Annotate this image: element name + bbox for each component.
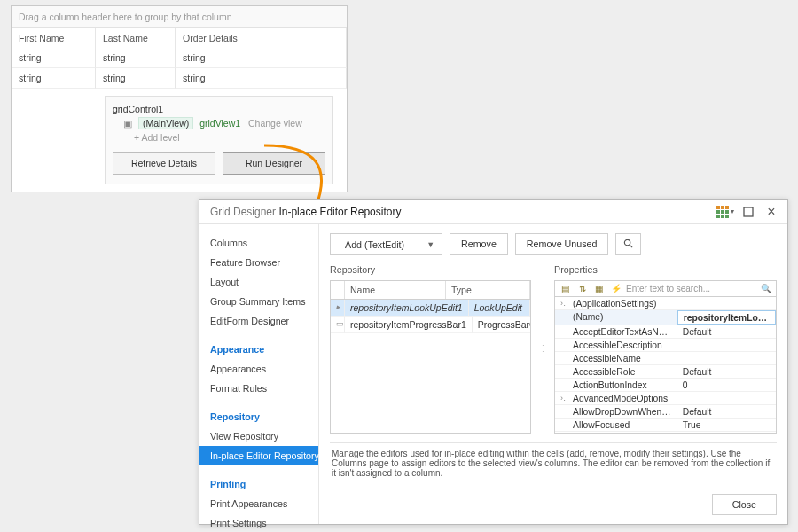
expand-icon[interactable]	[555, 310, 567, 325]
property-row[interactable]: AccessibleRoleDefault	[555, 365, 776, 379]
close-button[interactable]: Close	[712, 494, 777, 515]
cell[interactable]: string	[176, 48, 347, 68]
change-view-link[interactable]: Change view	[248, 118, 302, 129]
splitter-handle[interactable]: ⋮	[540, 264, 545, 434]
tree-main-view[interactable]: ▣ (MainView) gridView1 Change view	[113, 116, 325, 130]
tree-root[interactable]: gridControl1	[113, 102, 325, 116]
groupby-bar[interactable]: Drag a column header here to group by th…	[12, 6, 347, 28]
property-value[interactable]: Default	[677, 365, 776, 378]
property-row[interactable]: AccessibleDescription	[555, 339, 776, 352]
property-value[interactable]: Default	[677, 325, 776, 338]
props-icon[interactable]: ▦	[592, 284, 606, 293]
remove-unused-button[interactable]: Remove Unused	[515, 233, 609, 255]
column-header-order-details[interactable]: Order Details	[176, 28, 347, 48]
cell[interactable]: string	[96, 68, 176, 89]
close-icon[interactable]: ×	[763, 203, 780, 221]
search-icon	[623, 239, 633, 250]
expand-icon[interactable]	[555, 365, 567, 378]
property-value[interactable]	[677, 297, 776, 309]
property-value[interactable]: Default	[677, 405, 776, 418]
svg-rect-8	[725, 215, 729, 218]
expand-icon[interactable]	[555, 405, 567, 418]
cell[interactable]: string	[176, 68, 347, 89]
property-row[interactable]: ActionButtonIndex0	[555, 379, 776, 392]
property-name: (ApplicationSettings)	[567, 297, 677, 309]
property-value[interactable]	[677, 392, 776, 404]
property-row[interactable]: AllowGlyphSkinningDefault	[555, 432, 776, 434]
property-row[interactable]: AllowDropDownWhenReadOnlyDefault	[555, 405, 776, 419]
property-value[interactable]: repositoryItemLookUpEdit1	[677, 310, 776, 325]
repo-cell-type: LookUpEdit	[469, 300, 530, 317]
svg-rect-1	[721, 206, 724, 209]
sidebar-section-repository: Repository	[200, 407, 318, 426]
expand-icon[interactable]	[555, 419, 567, 431]
remove-button[interactable]: Remove	[450, 233, 508, 255]
sort-icon[interactable]: ⇅	[575, 284, 589, 293]
repo-col-name[interactable]: Name	[345, 281, 446, 299]
designer-sidebar: Columns Feature Browser Layout Group Sum…	[200, 224, 319, 524]
cell[interactable]: string	[12, 48, 96, 68]
property-value[interactable]	[677, 352, 776, 364]
retrieve-details-button[interactable]: Retrieve Details	[113, 152, 215, 175]
svg-line-11	[630, 245, 633, 247]
property-row[interactable]: ›(ApplicationSettings)	[555, 297, 776, 310]
repo-row[interactable]: ▸ repositoryItemLookUpEdit1 LookUpEdit	[331, 300, 530, 317]
property-row[interactable]: ›AdvancedModeOptions	[555, 392, 776, 405]
sidebar-item-columns[interactable]: Columns	[200, 233, 318, 253]
sidebar-item-layout[interactable]: Layout	[200, 272, 318, 292]
property-value[interactable]: True	[677, 419, 776, 431]
svg-rect-6	[716, 215, 720, 218]
sidebar-item-print-appearances[interactable]: Print Appearances	[200, 494, 318, 513]
search-icon[interactable]: 🔍	[759, 284, 772, 293]
property-value[interactable]: 0	[677, 379, 776, 391]
expand-icon[interactable]	[555, 352, 567, 364]
expand-icon[interactable]: ›	[555, 392, 567, 404]
maximize-icon[interactable]	[739, 203, 757, 221]
collapse-icon[interactable]: ▣	[123, 118, 132, 129]
sidebar-item-format-rules[interactable]: Format Rules	[200, 379, 318, 398]
expand-icon[interactable]	[555, 379, 567, 391]
sidebar-item-group-summary[interactable]: Group Summary Items	[200, 292, 318, 311]
property-row[interactable]: (Name)repositoryItemLookUpEdit1	[555, 310, 776, 325]
property-row[interactable]: AllowFocusedTrue	[555, 419, 776, 432]
sidebar-item-appearances[interactable]: Appearances	[200, 359, 318, 379]
property-row[interactable]: AcceptEditorTextAsNewValueDefault	[555, 325, 776, 339]
titlebar[interactable]: Grid Designer In-place Editor Repository…	[200, 200, 787, 224]
sidebar-section-appearance: Appearance	[200, 340, 318, 359]
grid-designer-window: Grid Designer In-place Editor Repository…	[199, 199, 788, 525]
repository-table: Name Type ▸ repositoryItemLookUpEdit1 Lo…	[330, 280, 531, 434]
cell[interactable]: string	[12, 68, 96, 89]
expand-icon[interactable]	[555, 432, 567, 434]
expand-icon[interactable]	[555, 339, 567, 351]
property-value[interactable]	[677, 339, 776, 351]
sidebar-item-print-settings[interactable]: Print Settings	[200, 513, 318, 532]
sidebar-item-inplace-editor-repository[interactable]: In-place Editor Repository	[200, 446, 318, 466]
properties-list[interactable]: ›(ApplicationSettings)(Name)repositoryIt…	[554, 297, 777, 434]
property-value[interactable]: Default	[677, 432, 776, 434]
column-header-first-name[interactable]: First Name	[12, 28, 96, 48]
sidebar-item-feature-browser[interactable]: Feature Browser	[200, 253, 318, 272]
svg-rect-7	[721, 215, 724, 218]
cell[interactable]: string	[96, 48, 176, 68]
run-designer-button[interactable]: Run Designer	[223, 152, 325, 175]
sidebar-item-view-repository[interactable]: View Repository	[200, 426, 318, 446]
repo-col-type[interactable]: Type	[446, 281, 530, 299]
search-button[interactable]	[615, 233, 641, 255]
chevron-down-icon[interactable]: ▼	[419, 236, 442, 254]
window-title-sub: In-place Editor Repository	[278, 206, 401, 218]
layout-picker-icon[interactable]: ▾	[716, 203, 734, 221]
properties-search-input[interactable]: Enter text to search...	[626, 284, 755, 293]
categorize-icon[interactable]: ▤	[559, 284, 572, 293]
grid-preview-panel: Drag a column header here to group by th…	[11, 5, 348, 192]
column-header-last-name[interactable]: Last Name	[96, 28, 176, 48]
events-icon[interactable]: ⚡	[609, 284, 622, 293]
property-name: AccessibleDescription	[567, 339, 677, 351]
add-editor-button[interactable]: Add (TextEdit) ▼	[330, 233, 442, 255]
add-level-link[interactable]: + Add level	[113, 130, 325, 145]
property-row[interactable]: AccessibleName	[555, 352, 776, 365]
repo-cell-name: repositoryItemProgressBar1	[345, 317, 473, 333]
repo-row[interactable]: ▭ repositoryItemProgressBar1 ProgressBar…	[331, 317, 530, 333]
sidebar-item-editform[interactable]: EditForm Designer	[200, 311, 318, 331]
expand-icon[interactable]: ›	[555, 297, 567, 309]
expand-icon[interactable]	[555, 325, 567, 338]
